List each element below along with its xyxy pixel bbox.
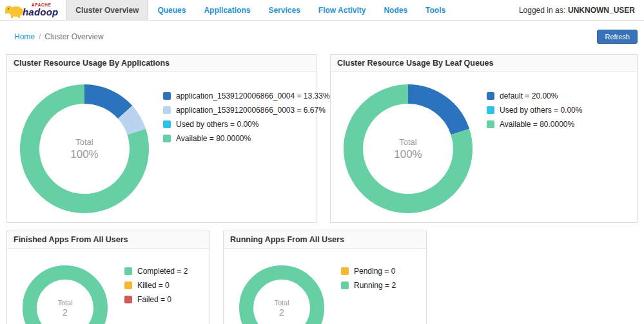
top-navbar: APACHE hadoop Cluster Overview Queues Ap… [0,0,644,21]
legend-item: Available = 80.0000% [487,120,582,129]
tab-services[interactable]: Services [259,0,309,20]
donut-chart-running-apps: Total 2 [233,259,331,324]
refresh-button[interactable]: Refresh [597,30,638,44]
chart-legend: Completed = 2Killed = 0Failed = 0 [124,267,188,324]
breadcrumb-row: Home / Cluster Overview Refresh [0,21,644,44]
panel-title: Finished Apps From All Users [7,231,210,249]
panel-body: Total 2 Completed = 2Killed = 0Failed = … [7,249,210,324]
panel-resource-usage-leaf-queues: Cluster Resource Usage By Leaf Queues To… [330,54,638,223]
breadcrumb-home-link[interactable]: Home [14,32,35,41]
legend-label: application_1539120006866_0003 = 6.67% [176,106,326,115]
panel-body: Total 100% default = 20.00%Used by other… [331,72,637,222]
legend-item: Running = 2 [341,281,396,290]
panel-body: Total 100% application_1539120006866_000… [7,72,317,222]
nav-tabs: Cluster Overview Queues Applications Ser… [66,0,454,20]
tab-tools[interactable]: Tools [416,0,454,20]
legend-swatch [163,92,171,100]
legend-swatch [124,281,132,289]
donut-chart-applications: Total 100% [14,78,155,220]
donut-chart-leaf-queues: Total 100% [337,78,479,220]
logged-in-user: Logged in as: UNKNOWN_USER [519,0,644,20]
chart-legend: default = 20.00%Used by others = 0.00%Av… [487,91,582,220]
legend-swatch [487,106,494,114]
legend-swatch [341,267,349,275]
legend-label: application_1539120006866_0004 = 13.33% [176,91,330,100]
legend-label: Killed = 0 [137,281,170,290]
legend-item: default = 20.00% [487,91,582,100]
legend-item: Used by others = 0.00% [163,120,330,129]
legend-item: Used by others = 0.00% [487,106,582,115]
legend-swatch [163,120,171,128]
tab-flow-activity[interactable]: Flow Activity [309,0,375,20]
legend-swatch [487,92,494,100]
legend-label: Failed = 0 [137,295,171,304]
logged-in-username: UNKNOWN_USER [568,6,635,15]
logged-in-prefix: Logged in as: [519,6,565,15]
charts-row-bottom: Finished Apps From All Users Total 2 Com… [0,231,644,324]
legend-swatch [341,281,349,289]
panel-running-apps: Running Apps From All Users Total 2 Pend… [223,231,427,324]
legend-item: application_1539120006866_0003 = 6.67% [163,106,330,115]
tab-cluster-overview[interactable]: Cluster Overview [66,0,148,20]
donut-chart-finished-apps: Total 2 [16,259,114,324]
panel-title: Cluster Resource Usage By Leaf Queues [331,55,637,72]
logo-hadoop-label: hadoop [23,7,58,17]
chart-legend: application_1539120006866_0004 = 13.33%a… [163,91,330,220]
legend-item: Failed = 0 [124,295,188,304]
legend-item: application_1539120006866_0004 = 13.33% [163,91,330,100]
legend-swatch [124,267,132,275]
legend-swatch [163,135,171,142]
legend-swatch [487,120,494,128]
legend-label: Running = 2 [354,281,396,290]
charts-row-top: Cluster Resource Usage By Applications T… [0,54,644,223]
panel-title: Running Apps From All Users [224,231,426,249]
legend-item: Pending = 0 [341,267,396,276]
legend-item: Available = 80.0000% [163,134,330,143]
panel-finished-apps: Finished Apps From All Users Total 2 Com… [6,231,210,324]
legend-label: Available = 80.0000% [176,134,251,143]
legend-label: Used by others = 0.00% [176,120,259,129]
breadcrumb: Home / Cluster Overview [14,32,104,41]
panel-title: Cluster Resource Usage By Applications [7,55,317,72]
hadoop-logo[interactable]: APACHE hadoop [0,0,66,20]
chart-legend: Pending = 0Running = 2 [341,267,396,324]
breadcrumb-separator: / [39,32,41,41]
panel-body: Total 2 Pending = 0Running = 2 [224,249,426,324]
breadcrumb-current: Cluster Overview [44,32,103,41]
legend-item: Killed = 0 [124,281,188,290]
hadoop-logo-text: APACHE hadoop [23,3,58,17]
legend-swatch [163,106,171,114]
legend-label: Used by others = 0.00% [500,106,582,115]
legend-label: Completed = 2 [137,267,188,276]
panel-resource-usage-applications: Cluster Resource Usage By Applications T… [6,54,317,223]
legend-swatch [124,296,132,303]
tab-nodes[interactable]: Nodes [375,0,416,20]
legend-label: Available = 80.0000% [500,120,574,129]
legend-label: default = 20.00% [500,91,558,100]
tab-queues[interactable]: Queues [148,0,195,20]
legend-item: Completed = 2 [124,267,188,276]
tab-applications[interactable]: Applications [195,0,259,20]
legend-label: Pending = 0 [354,267,395,276]
page: APACHE hadoop Cluster Overview Queues Ap… [0,0,644,324]
